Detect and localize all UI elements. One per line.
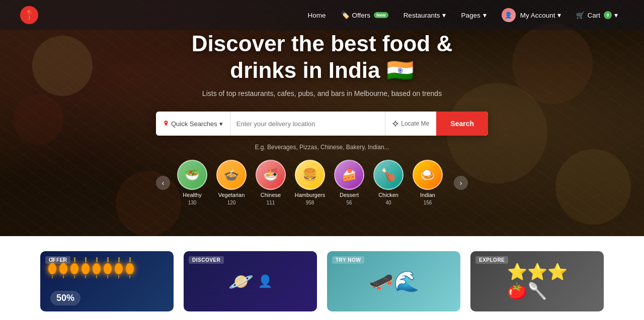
cat-image-dessert: 🍰 [334,160,364,190]
account-chevron-icon: ▾ [557,11,561,19]
category-dessert[interactable]: 🍰 Dessert 56 [331,160,367,205]
search-button-label: Search [450,120,474,128]
promo-badge-offer: OFFER [45,256,70,264]
hero-subtitle: Lists of top restaurants, cafes, pubs, a… [156,89,488,97]
offers-badge: New [374,12,388,18]
category-indian[interactable]: 🍛 Indian 156 [410,160,446,205]
cat-count-chinese: 111 [267,200,275,205]
cat-image-chinese: 🍜 [256,160,286,190]
pages-chevron-icon: ▾ [483,11,487,19]
nav-offers[interactable]: 🏷️ Offers New [335,8,394,22]
category-chicken[interactable]: 🍗 Chicken 40 [370,160,407,205]
promo-card-try-now[interactable]: TRY NOW 🛹🌊 [327,251,460,311]
cat-image-indian: 🍛 [413,160,443,190]
cat-count-hamburgers: 958 [306,200,314,205]
cat-label-chicken: Chicken [378,192,398,198]
nav-account-label: My Account [520,12,555,19]
nav-home[interactable]: Home [302,9,332,22]
hero-title: Discover the best food & drinks in India… [156,31,488,84]
category-healthy[interactable]: 🥗 Healthy 130 [174,160,210,205]
nav-my-account[interactable]: 👤 My Account ▾ [496,5,568,25]
logo[interactable]: 📍 [20,6,38,24]
offers-icon: 🏷️ [341,11,350,19]
next-icon: › [460,179,462,187]
location-icon [163,121,169,127]
cart-count: 0 [604,11,612,19]
nav-pages[interactable]: Pages ▾ [455,8,492,22]
location-input-wrap [230,112,385,136]
nav-restaurants-label: Restaurants [404,12,440,19]
navbar: 📍 Home 🏷️ Offers New Restaurants ▾ Pages… [0,0,644,30]
nav-restaurants[interactable]: Restaurants ▾ [397,8,452,22]
cat-label-dessert: Dessert [340,192,359,198]
cat-label-healthy: Healthy [183,192,201,198]
promo-card-explore[interactable]: EXPLORE ⭐⭐⭐🍅🥄 [470,251,604,311]
promo-badge-discover: DISCOVER [189,256,224,264]
cat-count-indian: 156 [424,200,432,205]
crosshair-icon [392,121,398,127]
cat-count-dessert: 56 [346,200,352,205]
locate-me-button[interactable]: Locate Me [385,112,436,136]
hero-section: Discover the best food & drinks in India… [0,0,644,236]
cat-image-chicken: 🍗 [373,160,404,190]
hero-content: Discover the best food & drinks in India… [146,31,498,206]
avatar: 👤 [502,8,516,22]
nav-cart[interactable]: 🛒 Cart 0 ▾ [570,8,624,22]
cat-count-vegetarian: 120 [227,200,236,205]
quick-searches-label: Quick Searches [171,120,217,128]
nav-offers-label: Offers [352,12,371,19]
promo-badge-explore: EXPLORE [475,256,508,264]
cart-chevron-icon: ▾ [614,11,618,19]
search-bar: Quick Searches ▾ Locate Me Search [156,112,488,136]
promo-card-offer[interactable]: OFFER [40,251,174,311]
cat-image-healthy: 🥗 [177,160,207,190]
cat-label-indian: Indian [420,192,435,198]
nav-cart-label: Cart [587,12,600,19]
promo-card-discover[interactable]: DISCOVER 🪐👤 [184,251,317,311]
locate-me-label: Locate Me [401,120,429,127]
quick-searches-button[interactable]: Quick Searches ▾ [156,112,230,136]
location-input[interactable] [230,112,385,136]
cart-icon: 🛒 [576,11,585,19]
cat-label-chinese: Chinese [261,192,281,198]
cat-count-chicken: 40 [385,200,391,205]
promo-section: OFFER [0,236,644,320]
cat-label-hamburgers: Hamburgers [295,192,326,198]
cat-label-vegetarian: Vegetarian [218,192,245,198]
quick-searches-chevron: ▾ [219,120,223,128]
logo-icon: 📍 [24,10,35,21]
svg-point-0 [394,122,397,125]
category-american[interactable]: 🌮 American 156 [449,160,450,205]
nav-links: Home 🏷️ Offers New Restaurants ▾ Pages ▾… [302,5,624,25]
category-hamburgers[interactable]: 🍔 Hamburgers 958 [292,160,328,205]
carousel-next-button[interactable]: › [454,176,468,190]
nav-pages-label: Pages [461,12,480,19]
restaurants-chevron-icon: ▾ [442,11,446,19]
carousel-prev-button[interactable]: ‹ [156,176,170,190]
carousel-items: 🥗 Healthy 130 🍲 Vegetarian 120 🍜 Chinese… [174,160,450,205]
cat-image-hamburgers: 🍔 [295,160,325,190]
cat-count-healthy: 130 [188,200,197,205]
search-hint: E.g. Beverages, Pizzas, Chinese, Bakery,… [156,144,488,151]
search-button[interactable]: Search [436,112,488,136]
nav-home-label: Home [308,12,326,19]
category-carousel: ‹ 🥗 Healthy 130 🍲 Vegetarian 120 🍜 Chine… [156,160,468,205]
prev-icon: ‹ [162,179,165,187]
category-chinese[interactable]: 🍜 Chinese 111 [253,160,289,205]
promo-badge-try-now: TRY NOW [332,256,364,264]
category-vegetarian[interactable]: 🍲 Vegetarian 120 [213,160,250,205]
cat-image-vegetarian: 🍲 [216,160,247,190]
